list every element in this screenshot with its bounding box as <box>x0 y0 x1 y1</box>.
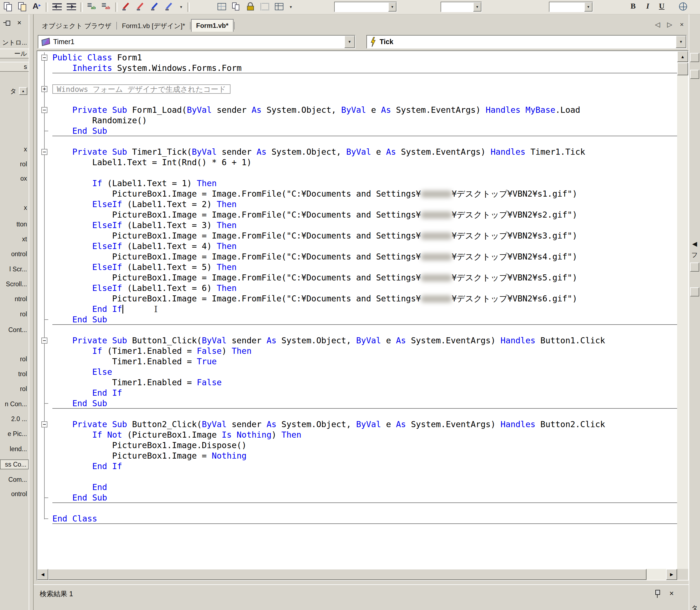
code-line[interactable]: ElseIf (Label1.Text = 3) Then <box>37 220 677 230</box>
scroll-right-button[interactable]: ▶ <box>666 569 677 580</box>
pin-icon[interactable] <box>2 18 12 28</box>
pin-icon[interactable] <box>652 589 662 599</box>
code-line[interactable]: End Sub <box>37 126 677 136</box>
code-line[interactable]: End Sub <box>37 398 677 409</box>
fold-toggle-icon[interactable]: − <box>42 421 47 428</box>
code-line[interactable]: PictureBox1.Image = Image.FromFile("C:¥D… <box>37 252 677 262</box>
fold-toggle-icon[interactable]: + <box>42 86 47 92</box>
code-line[interactable]: − Private Sub Timer1_Tick(ByVal sender A… <box>37 147 677 157</box>
show-grid-icon[interactable] <box>217 1 227 12</box>
code-line[interactable]: If Not (PictureBox1.Image Is Nothing) Th… <box>37 430 677 440</box>
toolbar-combo-1[interactable]: ▼ <box>334 2 397 12</box>
code-line[interactable]: End If <box>37 388 677 398</box>
next-bookmark-icon[interactable] <box>136 1 146 12</box>
scroll-tabs-left-icon[interactable]: ◁ <box>653 21 662 28</box>
code-line[interactable]: PictureBox1.Image = Image.FromFile("C:¥D… <box>37 230 677 241</box>
horizontal-scrollbar-thumb[interactable] <box>48 569 647 580</box>
bold-icon[interactable] <box>628 1 639 12</box>
windows-icon[interactable] <box>3 1 13 12</box>
table-dropdown-icon[interactable]: ▼ <box>288 2 293 13</box>
toolbox-item[interactable]: xt <box>0 235 29 243</box>
dock-tab-label[interactable]: ◀ <box>690 239 699 248</box>
scroll-up-button[interactable]: ▲ <box>677 51 688 62</box>
collapsed-region-box[interactable]: Windows フォーム デザイナで生成されたコード <box>52 84 230 94</box>
prev-bookmark-icon[interactable] <box>150 1 161 12</box>
code-line[interactable] <box>37 73 677 84</box>
dock-tab-label[interactable]: フ <box>690 251 699 259</box>
toolbox-scroll-up-icon[interactable]: ▲ <box>19 87 27 95</box>
tab--[interactable]: オブジェクト ブラウザ <box>37 20 116 32</box>
fold-toggle-icon[interactable]: − <box>42 338 47 343</box>
comment-icon[interactable] <box>86 1 97 12</box>
toolbox-item[interactable]: l Scr... <box>0 265 29 274</box>
underline-icon[interactable] <box>657 1 667 12</box>
toolbox-item[interactable]: Scroll... <box>0 279 29 288</box>
code-line[interactable]: +Windows フォーム デザイナで生成されたコード <box>37 84 677 94</box>
toolbox-item[interactable]: ntrol <box>0 294 29 303</box>
toolbar-combo-2[interactable]: ▼ <box>441 2 482 12</box>
code-line[interactable]: ElseIf (Label1.Text = 4) Then <box>37 241 677 252</box>
code-line[interactable]: PictureBox1.Image = Image.FromFile("C:¥D… <box>37 210 677 220</box>
code-line[interactable] <box>37 325 677 335</box>
toggle-bookmark-icon[interactable] <box>121 1 132 12</box>
dock-tab-icon[interactable] <box>690 70 699 79</box>
toolbox-item[interactable]: ール <box>0 49 29 59</box>
toolbox-item[interactable]: ox <box>0 174 29 183</box>
italic-icon[interactable] <box>642 1 653 12</box>
code-line[interactable]: PictureBox1.Image.Dispose() <box>37 440 677 451</box>
toolbox-item[interactable]: tton <box>0 220 29 229</box>
scroll-left-button[interactable]: ◀ <box>37 569 48 580</box>
code-line[interactable]: End Sub <box>37 493 677 503</box>
font-icon[interactable] <box>31 1 42 12</box>
combo-dropdown-icon[interactable]: ▼ <box>473 2 482 12</box>
toolbox-item[interactable]: e Pic... <box>0 429 29 438</box>
combo-dropdown-icon[interactable]: ▼ <box>676 36 686 48</box>
code-line[interactable]: − Private Sub Button2_Click(ByVal sender… <box>37 419 677 430</box>
code-line[interactable]: Timer1.Enabled = True <box>37 356 677 367</box>
code-line[interactable]: End Class <box>37 513 677 524</box>
code-line[interactable]: Inherits System.Windows.Forms.Form <box>37 63 677 73</box>
table-icon[interactable] <box>274 1 284 12</box>
dock-tab-icon[interactable] <box>690 53 699 62</box>
scroll-tabs-right-icon[interactable]: ▷ <box>666 21 674 28</box>
toolbox-item[interactable]: 2.0 ... <box>0 415 29 423</box>
toolbox-item[interactable]: rol <box>0 355 29 364</box>
code-line[interactable] <box>37 471 677 482</box>
code-line[interactable]: ElseIf (Label1.Text = 2) Then <box>37 199 677 210</box>
vertical-scrollbar-thumb[interactable] <box>677 63 688 75</box>
vertical-scrollbar[interactable]: ▲ ▼ <box>677 51 688 580</box>
increase-indent-icon[interactable] <box>66 1 77 12</box>
code-line[interactable]: PictureBox1.Image = Image.FromFile("C:¥D… <box>37 293 677 304</box>
tab-form1-vb-[interactable]: Form1.vb [デザイン]* <box>117 20 190 32</box>
code-line[interactable]: End If <box>37 461 677 471</box>
code-line[interactable]: PictureBox1.Image = Image.FromFile("C:¥D… <box>37 189 677 199</box>
copy-icon[interactable] <box>231 1 242 12</box>
dock-tab-icon[interactable] <box>690 262 699 272</box>
lock-controls-icon[interactable] <box>245 1 256 12</box>
code-line[interactable]: − Private Sub Form1_Load(ByVal sender As… <box>37 105 677 115</box>
code-line[interactable] <box>37 168 677 178</box>
code-line[interactable] <box>37 409 677 419</box>
fold-toggle-icon[interactable]: − <box>42 149 47 155</box>
toolbox-item[interactable]: タ▲ <box>0 86 29 95</box>
panel-splitter[interactable] <box>29 14 34 610</box>
toolbox-item[interactable]: Com... <box>0 475 29 484</box>
toolbox-item[interactable]: ontrol <box>0 250 29 258</box>
code-line[interactable]: Randomize() <box>37 115 677 126</box>
toolbox-item[interactable]: rol <box>0 160 29 168</box>
dock-tab-label[interactable]: タ <box>690 604 699 610</box>
code-line[interactable]: ElseIf (Label1.Text = 5) Then <box>37 262 677 272</box>
code-line[interactable]: End <box>37 482 677 493</box>
code-line[interactable]: If (Label1.Text = 1) Then <box>37 178 677 189</box>
fold-toggle-icon[interactable]: − <box>42 54 47 61</box>
code-line[interactable] <box>37 136 677 147</box>
code-line[interactable]: End If <box>37 304 677 315</box>
code-line[interactable]: −Public Class Form1 <box>37 52 677 63</box>
tab-form1-vb-[interactable]: Form1.vb* <box>191 19 233 32</box>
toolbox-item[interactable]: n Con... <box>0 400 29 408</box>
toolbox-item[interactable]: lend... <box>0 445 29 453</box>
code-line[interactable]: PictureBox1.Image = Nothing <box>37 451 677 461</box>
code-line[interactable]: Timer1.Enabled = False <box>37 377 677 388</box>
toolbox-item[interactable]: ss Co... <box>0 460 29 469</box>
code-line[interactable] <box>37 503 677 513</box>
